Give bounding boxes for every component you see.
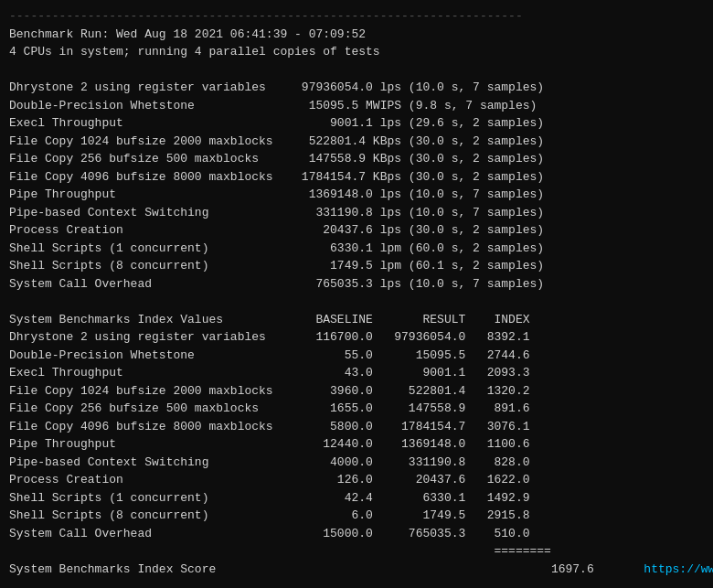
perf-row: Dhrystone 2 using register variables 979… [9, 80, 544, 94]
perf-row: Double-Precision Whetstone 15095.5 MWIPS… [9, 99, 537, 112]
divider-top: ----------------------------------------… [9, 9, 523, 23]
perf-row: Pipe-based Context Switching 331190.8 lp… [9, 206, 544, 219]
index-row: Pipe Throughput 12440.0 1369148.0 1100.6 [9, 437, 530, 451]
index-row: Process Creation 126.0 20437.6 1622.0 [9, 473, 530, 486]
perf-row: File Copy 256 bufsize 500 maxblocks 1475… [9, 152, 544, 166]
index-row: Double-Precision Whetstone 55.0 15095.5 … [9, 348, 530, 362]
index-header: System Benchmarks Index Values BASELINE … [9, 313, 530, 326]
perf-row: Pipe Throughput 1369148.0 lps (10.0 s, 7… [9, 187, 544, 201]
perf-row: File Copy 1024 bufsize 2000 maxblocks 52… [9, 134, 544, 148]
terminal-window: ----------------------------------------… [9, 7, 704, 588]
index-row: Shell Scripts (8 concurrent) 6.0 1749.5 … [9, 508, 530, 522]
header-line1: Benchmark Run: Wed Aug 18 2021 06:41:39 … [9, 27, 366, 41]
index-row: Shell Scripts (1 concurrent) 42.4 6330.1… [9, 491, 530, 505]
index-row: File Copy 1024 bufsize 2000 maxblocks 39… [9, 384, 530, 398]
perf-row: Shell Scripts (1 concurrent) 6330.1 lpm … [9, 241, 544, 255]
header-line2: 4 CPUs in system; running 4 parallel cop… [9, 45, 380, 59]
perf-row: Shell Scripts (8 concurrent) 1749.5 lpm … [9, 259, 544, 273]
perf-row: File Copy 4096 bufsize 8000 maxblocks 17… [9, 170, 544, 184]
equals-line: ======== [9, 544, 551, 558]
index-row: Pipe-based Context Switching 4000.0 3311… [9, 455, 530, 469]
index-row: System Call Overhead 15000.0 765035.3 51… [9, 527, 530, 540]
index-row: Dhrystone 2 using register variables 116… [9, 330, 530, 344]
url-link[interactable]: https://www.liuzhanwu.cn [644, 562, 713, 576]
perf-row: Execl Throughput 9001.1 lps (29.6 s, 2 s… [9, 116, 544, 130]
index-row: File Copy 4096 bufsize 8000 maxblocks 58… [9, 420, 530, 433]
index-row: Execl Throughput 43.0 9001.1 2093.3 [9, 366, 530, 380]
index-row: File Copy 256 bufsize 500 maxblocks 1655… [9, 401, 530, 415]
perf-row: System Call Overhead 765035.3 lps (10.0 … [9, 277, 544, 291]
terminal-content: ----------------------------------------… [9, 7, 704, 588]
perf-row: Process Creation 20437.6 lps (30.0 s, 2 … [9, 223, 544, 237]
score-line: System Benchmarks Index Score 1697.6 htt… [9, 562, 713, 576]
